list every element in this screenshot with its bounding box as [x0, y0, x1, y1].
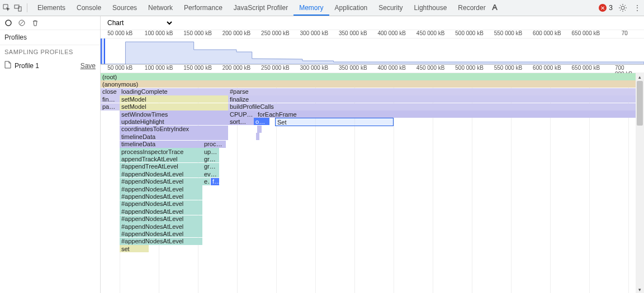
flame-bar[interactable]: #appendTreeAtLevel — [120, 163, 202, 170]
flame-bar[interactable]: setModel — [120, 103, 228, 111]
flame-bar[interactable]: pa…at — [101, 103, 120, 111]
ruler-tick: 450 000 kB — [416, 65, 445, 71]
tab-javascript-profiler[interactable]: JavaScript Profiler — [228, 0, 293, 16]
record-icon[interactable] — [4, 19, 12, 27]
devtools-tabbar: ElementsConsoleSourcesNetworkPerformance… — [0, 0, 644, 16]
view-select[interactable]: ChartHeavy (Bottom Up)Tree (Top Down) — [105, 18, 174, 27]
tab-application[interactable]: Application — [329, 0, 373, 16]
flame-bar-label: #appendNodesAtLevel — [120, 178, 185, 185]
flame-bar[interactable]: (anonymous) — [101, 80, 636, 88]
flame-bar[interactable]: o…k — [254, 118, 269, 125]
flame-bar[interactable]: #appendNodesAtLevel — [120, 200, 202, 208]
tab-performance[interactable]: Performance — [178, 0, 228, 16]
flame-bar[interactable] — [257, 126, 262, 133]
flame-bar[interactable]: #appendNodesAtLevel — [120, 238, 202, 245]
flame-bar[interactable]: fin…ce — [101, 95, 120, 103]
error-count[interactable]: ✕ 3 — [599, 4, 613, 12]
flame-bar[interactable]: f…r — [211, 178, 219, 185]
ruler-tick: 550 000 kB — [494, 30, 523, 36]
flame-bar[interactable]: gr…ew — [202, 163, 219, 170]
flame-bar-label: #appendNodesAtLevel — [120, 238, 185, 244]
inspect-icon[interactable] — [2, 3, 11, 12]
clear-icon[interactable] — [18, 19, 26, 27]
ruler-tick: 150 000 kB — [183, 30, 212, 36]
save-link[interactable]: Save — [80, 62, 96, 70]
flame-bar[interactable]: ev…ew — [202, 170, 219, 177]
flame-bar-label: setWindowTimes — [120, 111, 169, 118]
flame-bar[interactable]: up…up — [202, 148, 219, 155]
tab-sources[interactable]: Sources — [107, 0, 143, 16]
flame-bar[interactable]: forEachFrame — [256, 111, 636, 118]
flame-bar[interactable]: sort…ples — [228, 118, 254, 125]
scroll-thumb[interactable] — [637, 81, 643, 126]
flame-bar-label: setModel — [120, 96, 148, 103]
flame-bar-label: processInspectorTrace — [120, 148, 185, 155]
flame-bar[interactable]: setWindowTimes — [120, 111, 228, 118]
tab-security[interactable]: Security — [373, 0, 408, 16]
flame-bar[interactable]: #appendNodesAtLevel — [120, 215, 202, 223]
ruler-tick: 300 000 kB — [300, 30, 329, 36]
scroll-up-icon[interactable]: ▴ — [636, 73, 644, 81]
flame-bar-label: buildProfileCalls — [228, 103, 276, 110]
profile-item[interactable]: Profile 1 Save — [0, 59, 100, 73]
flame-bar[interactable]: #appendNodesAtLevel — [120, 170, 202, 177]
flame-bar[interactable]: close — [101, 88, 120, 95]
scroll-down-icon[interactable]: ▾ — [636, 286, 644, 293]
ruler-tick: 400 000 kB — [377, 65, 406, 71]
vertical-scrollbar[interactable]: ▴ ▾ — [636, 73, 644, 293]
tab-network[interactable]: Network — [143, 0, 178, 16]
delete-icon[interactable] — [31, 19, 39, 27]
flame-bar[interactable]: finalize — [228, 95, 636, 103]
flame-bar[interactable]: #parse — [228, 88, 636, 95]
flame-bar[interactable] — [142, 245, 149, 252]
flame-bar[interactable]: e… — [202, 178, 210, 185]
section-header: SAMPLING PROFILES — [0, 45, 100, 59]
flame-bar-label: #appendNodesAtLevel — [120, 193, 185, 200]
error-icon: ✕ — [599, 4, 607, 12]
overview-chart[interactable] — [101, 39, 644, 65]
tab-elements[interactable]: Elements — [32, 0, 71, 16]
flame-bar[interactable]: coordinatesToEntryIndex — [120, 126, 228, 133]
flame-bar[interactable]: updateHighlight — [120, 118, 228, 125]
flame-bar[interactable]: timelineData — [120, 133, 228, 140]
flame-bar[interactable]: timelineData — [120, 141, 202, 148]
ruler-tick: 50 000 kB — [107, 30, 132, 36]
ruler-tick: 500 000 kB — [455, 65, 484, 71]
flame-bar[interactable]: #appendNodesAtLevel — [120, 208, 202, 215]
flame-bar[interactable]: #appendNodesAtLevel — [120, 193, 202, 200]
flame-bar-label: #appendNodesAtLevel — [120, 223, 185, 230]
profiles-sidebar: Profiles SAMPLING PROFILES Profile 1 Sav… — [0, 16, 101, 293]
flame-bar[interactable]: gro…ts — [202, 155, 219, 162]
tab-memory[interactable]: Memory — [293, 0, 329, 16]
flame-bar[interactable]: #appendNodesAtLevel — [120, 223, 202, 230]
flame-bar-label: timelineData — [120, 133, 157, 140]
flame-bar[interactable]: appendTrackAtLevel — [120, 155, 202, 162]
flame-bar[interactable]: processInspectorTrace — [120, 148, 202, 155]
flame-bar[interactable]: (root) — [101, 73, 636, 80]
flame-bar-label: #appendTreeAtLevel — [120, 163, 180, 170]
svg-point-2 — [621, 6, 624, 9]
flame-bar-label: (anonymous) — [101, 81, 140, 88]
device-icon[interactable] — [13, 3, 22, 12]
flame-chart[interactable]: (root)(anonymous)closeloadingComplete#pa… — [101, 73, 636, 293]
flame-bar[interactable]: #appendNodesAtLevel — [120, 230, 202, 237]
ruler-tick: 70 — [622, 30, 628, 36]
kebab-icon[interactable]: ⋮ — [633, 3, 642, 12]
settings-icon[interactable] — [618, 3, 627, 12]
ruler-top: 50 000 kB100 000 kB150 000 kB200 000 kB2… — [101, 30, 644, 39]
flame-bar[interactable] — [256, 133, 259, 140]
flame-bar[interactable]: #appendNodesAtLevel — [120, 185, 202, 193]
flame-bar[interactable]: #appendNodesAtLevel — [120, 178, 202, 185]
flame-bar[interactable]: Set — [275, 118, 394, 126]
flame-bar[interactable]: setModel — [120, 95, 228, 103]
flame-bar[interactable]: proc…ata — [202, 141, 226, 148]
tab-lighthouse[interactable]: Lighthouse — [409, 0, 453, 16]
ruler-tick: 650 000 kB — [572, 30, 600, 36]
tab-console[interactable]: Console — [71, 0, 107, 16]
flame-bar[interactable]: set — [120, 245, 142, 252]
flame-bar[interactable]: loadingComplete — [120, 88, 228, 95]
flame-bar[interactable]: CPUP…del — [228, 111, 256, 118]
flame-bar-label: o…k — [254, 118, 269, 125]
tab-recorder[interactable]: Recorder — [452, 0, 491, 16]
flame-bar[interactable]: buildProfileCalls — [228, 103, 636, 111]
